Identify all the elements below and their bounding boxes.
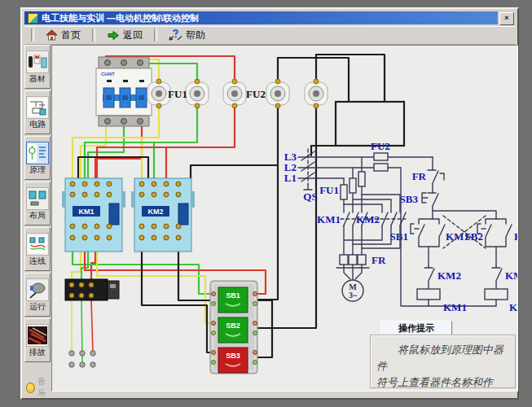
toolbar: 首页 返回 帮助 xyxy=(24,26,515,45)
km2-label: KM2 xyxy=(147,208,163,216)
sb1-label: SB1 xyxy=(226,291,240,300)
run-icon xyxy=(26,278,49,301)
schematic-km2-main-label: KM2 xyxy=(356,213,380,225)
workspace-canvas: CHNT xyxy=(51,45,518,392)
sidebar-item-dianlu[interactable]: 电路 xyxy=(24,90,51,134)
wiring-icon xyxy=(26,233,49,256)
sidebar-item-label: 排故 xyxy=(29,348,46,357)
toolbar-separator xyxy=(92,28,95,42)
operation-tips-line1: 将鼠标放到原理图中器件 xyxy=(376,342,509,374)
sidebar-item-buju[interactable]: 布局 xyxy=(24,182,51,225)
fu1-group-label: FU1 xyxy=(168,88,187,100)
sidebar-item-paigu[interactable]: 排故 xyxy=(24,318,51,362)
window-title: 电工技能与实训 —电动机控制\联动控制 xyxy=(42,12,199,24)
sidebar-item-label: 器材 xyxy=(29,74,46,83)
home-icon xyxy=(46,29,58,41)
schematic-sb2-label: SB2 xyxy=(465,230,483,243)
sidebar: 器材 电路 原理 布局 连线 xyxy=(24,45,51,395)
back-icon xyxy=(107,30,120,41)
music-icon xyxy=(26,383,35,393)
schematic-l1-label: L1 xyxy=(284,172,297,184)
help-button[interactable]: 帮助 xyxy=(162,28,212,42)
fuse[interactable] xyxy=(186,79,209,108)
schematic-qs-label: QS xyxy=(303,190,317,203)
fuse[interactable] xyxy=(266,79,289,108)
toolbar-separator xyxy=(154,28,157,42)
sidebar-item-label: 连线 xyxy=(29,256,46,265)
sidebar-item-qicai[interactable]: 器材 xyxy=(24,45,51,89)
sidebar-item-label: 电路 xyxy=(29,120,46,129)
troubleshoot-icon xyxy=(26,324,49,347)
breaker-brand: CHNT xyxy=(101,72,115,77)
schematic-km1-interlock-label: KM1 xyxy=(505,269,518,282)
sidebar-item-label: 运行 xyxy=(29,302,46,311)
schematic-sb1-label: SB1 xyxy=(390,230,408,243)
sidebar-item-label: 布局 xyxy=(29,211,46,220)
principle-icon xyxy=(26,142,49,164)
fuse[interactable] xyxy=(305,79,328,108)
home-label: 首页 xyxy=(61,28,81,42)
toolbar-separator xyxy=(31,28,34,42)
close-button[interactable]: × xyxy=(499,12,514,25)
km1-label: KM1 xyxy=(78,208,94,216)
back-label: 返回 xyxy=(123,28,143,42)
schematic-fu1-label: FU1 xyxy=(319,184,339,196)
help-icon xyxy=(169,29,182,41)
app-icon xyxy=(28,13,38,24)
schematic-km1-main-label: KM1 xyxy=(317,213,341,225)
fuse[interactable] xyxy=(223,79,246,108)
operation-tips-line2: 符号上查看器件名称和作用！ xyxy=(376,374,509,392)
schematic-sb3-label: SB3 xyxy=(400,193,419,205)
circuit-breaker[interactable]: CHNT xyxy=(96,57,152,126)
schematic-diagram[interactable]: L3 L2 L1 QS FU2 FU1 xyxy=(284,140,518,313)
sb2-label: SB2 xyxy=(226,322,240,330)
sidebar-item-lianxian[interactable]: 连线 xyxy=(24,227,51,271)
schematic-motor-phase-label: 3~ xyxy=(349,291,358,300)
app-window: 电工技能与实训 —电动机控制\联动控制 × 首页 返回 xyxy=(20,7,519,400)
circuit-icon xyxy=(26,96,49,119)
button-station: SB1 SB2 SB3 xyxy=(210,281,257,374)
home-button[interactable]: 首页 xyxy=(39,28,87,42)
contactor-km2[interactable]: KM2 xyxy=(131,178,195,252)
fuse[interactable] xyxy=(147,79,170,108)
thermal-relay-block[interactable] xyxy=(65,279,119,300)
layout-icon xyxy=(26,187,49,210)
title-bar: 电工技能与实训 —电动机控制\联动控制 xyxy=(24,11,498,24)
schematic-km2-interlock-label: KM2 xyxy=(437,269,461,282)
schematic-km1-coil-label: KM1 xyxy=(443,301,467,313)
schematic-fr-contact-label: FR xyxy=(412,170,427,182)
contactor-km1[interactable]: KM1 xyxy=(62,178,125,252)
fu2-group-label: FU2 xyxy=(246,88,266,100)
button-sb3[interactable]: SB3 xyxy=(218,348,248,373)
sb3-label: SB3 xyxy=(226,352,240,360)
music-label: 音乐 xyxy=(37,376,51,399)
fuse-row: FU1 FU2 xyxy=(147,79,328,108)
operation-tips-box: 将鼠标放到原理图中器件 符号上查看器件名称和作用！ xyxy=(370,335,516,388)
button-sb2[interactable]: SB2 xyxy=(218,317,248,343)
sidebar-item-yunxing[interactable]: 运行 xyxy=(24,273,51,317)
schematic-km2-coil-label: KM2 xyxy=(509,301,518,313)
equipment-icon xyxy=(26,50,49,73)
sidebar-item-yuanli[interactable]: 原理 xyxy=(24,136,51,180)
schematic-km2-aux-label: KM2 xyxy=(514,230,518,243)
help-label: 帮助 xyxy=(186,28,205,42)
schematic-fu2-label: FU2 xyxy=(371,140,390,152)
sidebar-item-label: 原理 xyxy=(29,165,46,174)
schematic-fr-heater-label: FR xyxy=(372,254,386,266)
back-button[interactable]: 返回 xyxy=(100,28,149,42)
button-sb1[interactable]: SB1 xyxy=(218,287,248,313)
music-toggle[interactable]: 音乐 xyxy=(24,380,51,395)
